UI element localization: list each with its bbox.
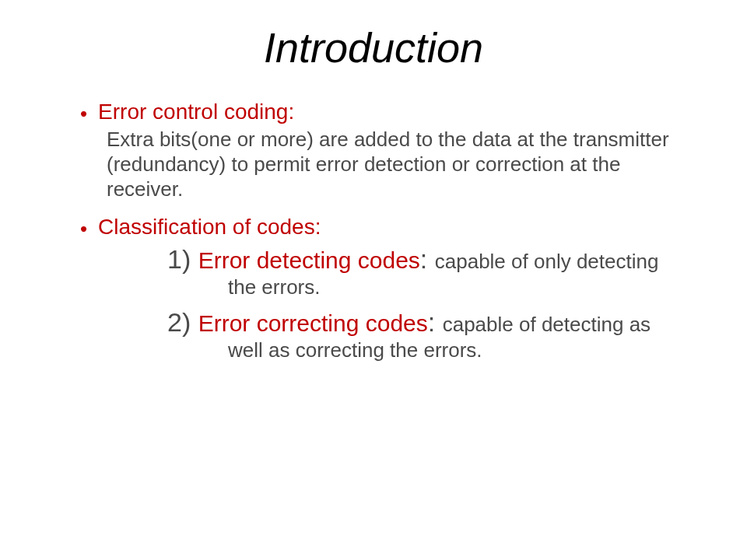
item-1-number: 1): [167, 244, 198, 274]
item-2-number: 2): [167, 307, 198, 337]
item-2-colon: :: [428, 307, 443, 337]
bullet-1-label: Error control coding:: [98, 99, 294, 125]
numbered-item-2: 2) Error correcting codes: capable of de…: [167, 306, 665, 363]
bullet-icon: •: [80, 217, 87, 241]
bullet-2-label: Classification of codes:: [98, 214, 321, 240]
item-1-term: Error detecting codes: [198, 247, 420, 273]
numbered-item-1: 1) Error detecting codes: capable of onl…: [167, 243, 665, 300]
item-1-colon: :: [420, 244, 435, 274]
bullet-item-1: • Error control coding:: [80, 99, 681, 126]
bullet-1-body: Extra bits(one or more) are added to the…: [107, 128, 673, 201]
bullet-item-2: • Classification of codes:: [80, 214, 681, 241]
page-title: Introduction: [66, 23, 681, 72]
slide: Introduction • Error control coding: Ext…: [0, 0, 747, 560]
item-2-term: Error correcting codes: [198, 310, 428, 336]
bullet-icon: •: [80, 102, 87, 126]
content-body: • Error control coding: Extra bits(one o…: [66, 99, 681, 363]
